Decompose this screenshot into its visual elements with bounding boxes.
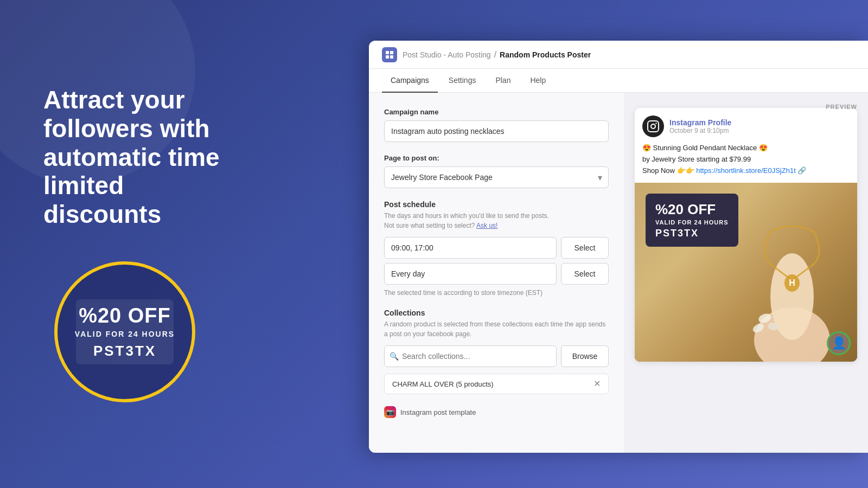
ask-us-link[interactable]: Ask us! <box>476 222 497 229</box>
collection-tag-name: CHARM ALL OVER (5 products) <box>392 380 494 388</box>
preview-discount-code: PST3TX <box>655 228 729 239</box>
page-select[interactable]: Jewelry Store Facebook Page <box>384 166 609 188</box>
badge-code-text: PST3TX <box>93 343 156 359</box>
top-bar: Post Studio - Auto Posting / Random Prod… <box>369 41 868 69</box>
page-select-label: Page to post on: <box>384 154 609 162</box>
svg-rect-1 <box>390 51 393 54</box>
schedule-time-input[interactable] <box>384 237 557 259</box>
page-select-wrapper: Jewelry Store Facebook Page ▾ <box>384 166 609 188</box>
instagram-icon: 📷 <box>384 406 396 418</box>
instagram-template-row: 📷 Instagram post template <box>384 406 609 418</box>
search-icon: 🔍 <box>390 352 399 361</box>
post-studio-icon <box>385 50 394 59</box>
svg-rect-3 <box>390 55 393 59</box>
tab-settings[interactable]: Settings <box>440 69 485 93</box>
tab-campaigns[interactable]: Campaigns <box>382 69 438 93</box>
app-window: Post Studio - Auto Posting / Random Prod… <box>369 41 868 453</box>
preview-avatar-icon <box>642 115 664 137</box>
hero-title: Attract your followers with automatic ti… <box>43 86 239 229</box>
preview-post-link[interactable]: https://shortlink.store/E0JSjZh1t <box>696 166 796 175</box>
badge-discount-text: %20 OFF <box>79 304 171 328</box>
post-schedule-title: Post schedule <box>384 200 609 209</box>
search-wrapper: 🔍 <box>384 345 557 367</box>
search-row: 🔍 Browse <box>384 345 609 367</box>
jewelry-bg: %20 OFF VALID FOR 24 HOURS PST3TX <box>635 183 857 362</box>
svg-rect-4 <box>648 121 659 132</box>
schedule-day-row: Select <box>384 263 609 285</box>
preview-post-text: 😍 Stunning Gold Pendant Necklace 😍 by Je… <box>635 143 857 183</box>
discount-badge: %20 OFF VALID FOR 24 HOURS PST3TX <box>54 261 195 402</box>
search-collections-input[interactable] <box>384 345 557 367</box>
preview-image: %20 OFF VALID FOR 24 HOURS PST3TX <box>635 183 857 362</box>
svg-point-5 <box>651 124 655 129</box>
preview-account-name: Instagram Profile <box>669 118 731 127</box>
collections-group: Collections A random product is selected… <box>384 309 609 394</box>
preview-discount-pct: %20 OFF <box>655 201 729 218</box>
breadcrumb-parent: Post Studio - Auto Posting <box>403 50 491 59</box>
instagram-template-label: Instagram post template <box>400 408 476 416</box>
jewelry-visual: H <box>743 188 841 362</box>
schedule-time-row: Select <box>384 237 609 259</box>
preview-card-header: Instagram Profile October 9 at 9:10pm <box>635 108 857 143</box>
badge-valid-text: VALID FOR 24 HOURS <box>75 330 175 338</box>
app-icon <box>382 47 397 62</box>
page-select-group: Page to post on: Jewelry Store Facebook … <box>384 154 609 188</box>
campaign-name-label: Campaign name <box>384 108 609 116</box>
left-panel: Attract your followers with automatic ti… <box>0 0 271 488</box>
svg-rect-0 <box>386 51 389 54</box>
content-area: Campaign name Page to post on: Jewelry S… <box>369 93 868 453</box>
svg-rect-2 <box>386 55 389 59</box>
instagram-profile-icon <box>647 120 660 133</box>
tab-help[interactable]: Help <box>521 69 554 93</box>
svg-point-6 <box>655 123 656 124</box>
browse-button[interactable]: Browse <box>561 345 609 367</box>
preview-discount-valid: VALID FOR 24 HOURS <box>655 219 729 226</box>
tab-plan[interactable]: Plan <box>487 69 519 93</box>
preview-panel: PREVIEW <box>624 93 868 453</box>
preview-card: Instagram Profile October 9 at 9:10pm 😍 … <box>635 108 857 362</box>
preview-discount-overlay: %20 OFF VALID FOR 24 HOURS PST3TX <box>646 194 738 247</box>
form-panel: Campaign name Page to post on: Jewelry S… <box>369 93 624 453</box>
collections-title: Collections <box>384 309 609 317</box>
preview-avatar <box>642 115 664 137</box>
collection-tag: CHARM ALL OVER (5 products) ✕ <box>384 374 609 394</box>
collection-tag-remove-icon[interactable]: ✕ <box>593 380 601 388</box>
post-schedule-group: Post schedule The days and hours in whic… <box>384 200 609 297</box>
schedule-day-select-button[interactable]: Select <box>561 263 609 285</box>
breadcrumb-separator: / <box>494 50 496 60</box>
preview-account-info: Instagram Profile October 9 at 9:10pm <box>669 118 731 134</box>
post-schedule-desc: The days and hours in which you'd like t… <box>384 211 609 230</box>
schedule-day-input[interactable] <box>384 263 557 285</box>
collections-desc: A random product is selected from these … <box>384 319 609 339</box>
preview-label: PREVIEW <box>826 104 857 110</box>
nav-tabs: Campaigns Settings Plan Help <box>369 69 868 93</box>
breadcrumb-current: Random Products Poster <box>500 50 591 59</box>
schedule-time-select-button[interactable]: Select <box>561 237 609 259</box>
timezone-note: The selected time is according to store … <box>384 289 609 297</box>
campaign-name-group: Campaign name <box>384 108 609 142</box>
preview-account-date: October 9 at 9:10pm <box>669 127 731 134</box>
campaign-name-input[interactable] <box>384 120 609 142</box>
svg-text:H: H <box>789 278 795 287</box>
